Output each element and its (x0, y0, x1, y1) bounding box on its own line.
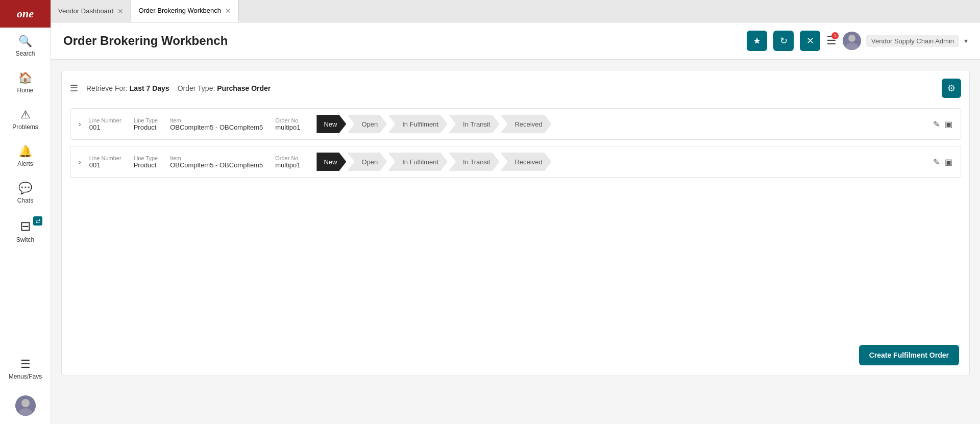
line-type-value: Product (134, 123, 158, 131)
columns-button[interactable]: ▣ (945, 157, 952, 167)
star-button[interactable]: ★ (747, 31, 767, 51)
app-logo[interactable]: one (0, 0, 51, 28)
switch-icon: ⊟ (20, 218, 31, 234)
notification-badge: 1 (831, 32, 839, 39)
status-step-in-transit[interactable]: In Transit (449, 115, 499, 133)
order-type-value: Purchase Order (217, 84, 271, 92)
status-step-in-fulfilment[interactable]: In Fulfilment (388, 115, 448, 133)
list-view-button[interactable]: ☰ (70, 83, 78, 94)
line-number-label: Line Number (89, 155, 121, 161)
order-fields: Line Number 001 Line Type Product Item O… (89, 117, 301, 131)
sidebar-item-chats[interactable]: 💬 Chats (0, 174, 51, 211)
line-type-field: Line Type Product (134, 117, 158, 131)
user-role: Vendor Supply Chain Admin (866, 35, 959, 47)
row-actions: ✎ ▣ (933, 157, 952, 167)
tab-label: Order Brokering Workbench (138, 7, 221, 14)
status-step-in-fulfilment[interactable]: In Fulfilment (388, 153, 448, 171)
order-type-label: Order Type: (178, 84, 215, 92)
filter-settings-button[interactable]: ⚙ (942, 79, 961, 98)
item-label: Item (170, 117, 263, 123)
sidebar-item-label: Problems (12, 123, 38, 131)
dropdown-arrow[interactable]: ▾ (964, 37, 968, 45)
order-rows-container: › Line Number 001 Line Type Product Item… (70, 108, 961, 178)
menu-icon: ☰ (20, 358, 31, 371)
close-tab-order-brokering[interactable]: ✕ (225, 7, 231, 15)
retrieve-value: Last 7 Days (130, 84, 169, 92)
edit-row-button[interactable]: ✎ (933, 119, 940, 129)
user-avatar (15, 395, 36, 416)
line-type-value: Product (134, 161, 158, 169)
main-area: Vendor Dashboard ✕ Order Brokering Workb… (51, 0, 980, 424)
user-avatar-header (843, 32, 861, 50)
page-header: Order Brokering Workbench ★ ↻ ✕ ☰ 1 Vend… (51, 22, 980, 60)
user-info[interactable]: Vendor Supply Chain Admin ▾ (843, 32, 968, 50)
sidebar-item-alerts[interactable]: 🔔 Alerts (0, 138, 51, 174)
content-area: ☰ Retrieve For: Last 7 Days Order Type: … (51, 60, 980, 424)
columns-button[interactable]: ▣ (945, 119, 952, 129)
status-step-received[interactable]: Received (500, 115, 551, 133)
menu-notifications-button[interactable]: ☰ 1 (826, 34, 837, 47)
order-type-filter: Order Type: Purchase Order (178, 84, 271, 92)
line-type-label: Line Type (134, 155, 158, 161)
item-value: OBCompltem5 - OBCompltem5 (170, 161, 263, 169)
tab-vendor-dashboard[interactable]: Vendor Dashboard ✕ (51, 0, 131, 22)
line-type-field: Line Type Product (134, 155, 158, 169)
status-step-in-transit[interactable]: In Transit (449, 153, 499, 171)
order-no-label: Order No (275, 117, 300, 123)
order-no-field: Order No multipo1 (275, 155, 300, 169)
sidebar-item-label: Menus/Favs (9, 373, 42, 380)
status-pipeline: NewOpenIn FulfilmentIn TransitReceived (316, 115, 917, 133)
sidebar-item-label: Switch (16, 236, 34, 243)
page-title: Order Brokering Workbench (63, 34, 228, 48)
sidebar-item-search[interactable]: 🔍 Search (0, 28, 51, 64)
refresh-button[interactable]: ↻ (773, 31, 794, 51)
search-icon: 🔍 (18, 35, 32, 48)
retrieve-label: Retrieve For: (86, 84, 128, 92)
sidebar-item-label: Chats (17, 197, 33, 204)
svg-point-4 (848, 35, 855, 42)
line-number-value: 001 (89, 161, 121, 169)
item-field: Item OBCompltem5 - OBCompltem5 (170, 155, 263, 169)
item-value: OBCompltem5 - OBCompltem5 (170, 123, 263, 131)
sidebar-item-home[interactable]: 🏠 Home (0, 64, 51, 101)
sidebar: one 🔍 Search 🏠 Home ⚠ Problems 🔔 Alerts … (0, 0, 51, 424)
sidebar-item-switch[interactable]: ⇄ ⊟ Switch (0, 211, 51, 251)
edit-row-button[interactable]: ✎ (933, 157, 940, 167)
status-step-open[interactable]: Open (347, 153, 387, 171)
sidebar-item-problems[interactable]: ⚠ Problems (0, 101, 51, 138)
close-workbench-button[interactable]: ✕ (800, 31, 820, 51)
sidebar-item-label: Home (17, 87, 33, 94)
home-icon: 🏠 (18, 71, 32, 85)
svg-point-1 (21, 399, 30, 407)
table-row: › Line Number 001 Line Type Product Item… (70, 146, 961, 178)
sidebar-item-label: Alerts (17, 160, 33, 167)
line-number-value: 001 (89, 123, 121, 131)
create-fulfilment-order-button[interactable]: Create Fulfilment Order (859, 345, 959, 365)
sidebar-item-menus[interactable]: ☰ Menus/Favs (0, 351, 51, 387)
logo-text: one (17, 7, 34, 20)
status-step-received[interactable]: Received (500, 153, 551, 171)
line-number-field: Line Number 001 (89, 117, 121, 131)
line-number-field: Line Number 001 (89, 155, 121, 169)
tab-order-brokering-workbench[interactable]: Order Brokering Workbench ✕ (131, 0, 239, 22)
table-row: › Line Number 001 Line Type Product Item… (70, 108, 961, 140)
sidebar-item-label: Search (15, 50, 35, 57)
status-step-new[interactable]: New (316, 153, 346, 171)
expand-row-button[interactable]: › (79, 120, 81, 128)
order-fields: Line Number 001 Line Type Product Item O… (89, 155, 301, 169)
status-step-open[interactable]: Open (347, 115, 387, 133)
item-field: Item OBCompltem5 - OBCompltem5 (170, 117, 263, 131)
close-tab-vendor-dashboard[interactable]: ✕ (117, 7, 124, 15)
status-pipeline: NewOpenIn FulfilmentIn TransitReceived (316, 153, 917, 171)
header-actions: ★ ↻ ✕ ☰ 1 Vendor Supply Chain Admin ▾ (747, 31, 968, 51)
sidebar-avatar[interactable] (15, 387, 36, 424)
order-no-value: multipo1 (275, 123, 300, 131)
switch-badge: ⇄ (33, 216, 42, 226)
bell-icon: 🔔 (18, 145, 32, 158)
status-step-new[interactable]: New (316, 115, 346, 133)
line-number-label: Line Number (89, 117, 121, 123)
workbench-panel: ☰ Retrieve For: Last 7 Days Order Type: … (61, 70, 970, 376)
row-actions: ✎ ▣ (933, 119, 952, 129)
expand-row-button[interactable]: › (79, 158, 81, 166)
item-label: Item (170, 155, 263, 161)
